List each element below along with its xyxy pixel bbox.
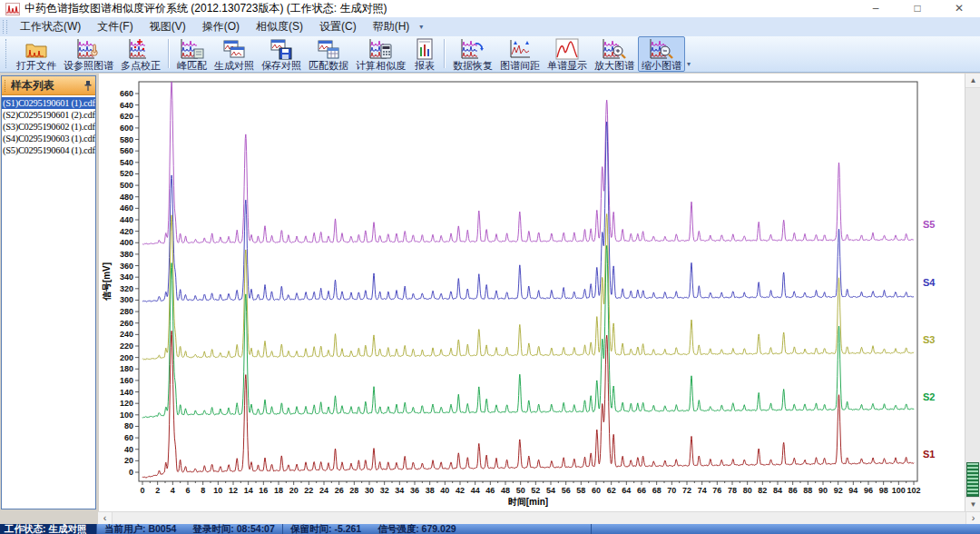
chromatogram-chart[interactable]: 0246810121416182022242628303234363840424…	[99, 74, 965, 511]
svg-text:70: 70	[667, 486, 676, 495]
peak-match-button[interactable]: 峰匹配	[173, 36, 211, 72]
svg-text:98: 98	[879, 486, 888, 495]
multi-point-calibration-button[interactable]: 多点校正	[117, 36, 164, 72]
svg-text:10: 10	[213, 486, 222, 495]
vertical-scrollbar-thumb[interactable]	[966, 462, 979, 497]
data-restore-icon	[461, 38, 485, 60]
svg-text:360: 360	[120, 262, 133, 271]
toolbar-separator	[444, 39, 446, 68]
save-reference-button[interactable]: 保存对照	[258, 36, 305, 72]
signal-intensity: 信号强度: 679.029	[377, 524, 456, 534]
svg-text:68: 68	[652, 486, 662, 495]
pin-icon[interactable]	[83, 80, 93, 92]
sample-item-s1[interactable]: (S1)C0295190601 (1).cdf	[2, 97, 95, 109]
sample-item-s3[interactable]: (S3)C0295190602 (1).cdf	[2, 121, 95, 133]
menu-bar: 工作状态(W) 文件(F) 视图(V) 操作(O) 相似度(S) 设置(C) 帮…	[0, 17, 980, 36]
svg-text:38: 38	[426, 486, 435, 495]
svg-text:620: 620	[120, 112, 133, 121]
svg-text:320: 320	[120, 284, 133, 293]
svg-text:0: 0	[129, 468, 133, 477]
retention-time: 保留时间: -5.261	[290, 524, 361, 534]
zoom-in-icon	[603, 38, 626, 60]
toolbar: 打开文件 设参照图谱 多点校正 峰匹配 生成对照 保存对照 匹配数据 计算相似度…	[0, 36, 980, 73]
svg-text:82: 82	[758, 486, 767, 495]
y-axis-title: 信号[mV]	[102, 262, 112, 302]
scroll-down-icon[interactable]: ▼	[965, 497, 980, 511]
svg-text:64: 64	[622, 486, 631, 495]
report-button[interactable]: 报表	[409, 36, 440, 72]
sample-item-s5[interactable]: (S5)C0295190604 (1).cdf	[2, 144, 95, 156]
single-trace-button[interactable]: 单谱显示	[544, 36, 591, 72]
menu-operate[interactable]: 操作(O)	[194, 17, 248, 36]
svg-text:26: 26	[335, 486, 344, 495]
svg-text:18: 18	[274, 486, 283, 495]
svg-text:30: 30	[365, 486, 374, 495]
scroll-right-icon[interactable]: ›	[965, 512, 980, 524]
svg-text:74: 74	[698, 486, 707, 495]
open-file-icon	[24, 38, 48, 60]
zoom-in-chart-button[interactable]: 放大图谱	[591, 36, 638, 72]
menu-grip	[3, 20, 7, 34]
data-restore-button[interactable]: 数据恢复	[449, 36, 496, 72]
svg-text:140: 140	[120, 388, 133, 397]
horizontal-scrollbar[interactable]: ‹ ›	[98, 511, 980, 524]
menu-settings[interactable]: 设置(C)	[311, 17, 365, 36]
match-data-icon	[317, 38, 340, 60]
menu-overflow-icon[interactable]: ▾	[419, 23, 423, 31]
set-reference-button[interactable]: 设参照图谱	[60, 36, 117, 72]
series-label-S3: S3	[923, 334, 935, 345]
single-trace-icon	[555, 38, 579, 60]
svg-text:48: 48	[501, 486, 510, 495]
toolbar-separator	[168, 39, 170, 68]
svg-text:160: 160	[120, 376, 133, 385]
svg-text:560: 560	[120, 146, 133, 155]
maximize-icon[interactable]: □	[897, 0, 938, 17]
svg-text:32: 32	[380, 486, 389, 495]
menu-view[interactable]: 视图(V)	[142, 17, 194, 36]
series-S5-trace	[142, 81, 914, 244]
svg-text:260: 260	[120, 319, 133, 328]
vertical-scrollbar[interactable]: ▲ ▼	[965, 74, 980, 511]
svg-text:460: 460	[120, 203, 133, 213]
sample-item-s2[interactable]: (S2)C0295190601 (2).cdf	[2, 109, 95, 121]
menu-help[interactable]: 帮助(H)	[365, 17, 418, 36]
generate-reference-button[interactable]: 生成对照	[211, 36, 258, 72]
calc-similarity-button[interactable]: 计算相似度	[352, 36, 409, 72]
app-icon	[5, 3, 20, 15]
trace-spacing-button[interactable]: 图谱间距	[496, 36, 544, 72]
menu-work-state[interactable]: 工作状态(W)	[12, 17, 89, 36]
zoom-out-chart-button[interactable]: 缩小图谱	[638, 36, 685, 72]
menu-similarity[interactable]: 相似度(S)	[248, 17, 311, 36]
svg-text:280: 280	[120, 307, 133, 316]
zoom-out-icon	[650, 38, 673, 60]
svg-text:0: 0	[140, 486, 144, 495]
svg-text:78: 78	[728, 486, 737, 495]
svg-text:54: 54	[546, 486, 555, 495]
sample-list-panel: 样本列表 (S1)C0295190601 (1).cdf (S2)C029519…	[1, 75, 96, 509]
open-file-button[interactable]: 打开文件	[13, 36, 60, 72]
svg-text:62: 62	[607, 486, 616, 495]
x-axis-title: 时间[min]	[508, 497, 548, 507]
svg-text:80: 80	[743, 486, 752, 495]
menu-file[interactable]: 文件(F)	[89, 17, 141, 36]
sample-item-s4[interactable]: (S4)C0295190603 (1).cdf	[2, 133, 95, 144]
minimize-icon[interactable]: –	[855, 0, 897, 17]
toolbar-overflow-icon[interactable]: ▾	[687, 60, 691, 68]
series-label-S1: S1	[923, 449, 935, 460]
match-data-button[interactable]: 匹配数据	[305, 36, 352, 72]
scroll-up-icon[interactable]: ▲	[965, 74, 980, 88]
svg-text:440: 440	[120, 215, 133, 224]
svg-text:60: 60	[592, 486, 601, 495]
sample-list: (S1)C0295190601 (1).cdf (S2)C0295190601 …	[2, 95, 95, 509]
svg-text:72: 72	[682, 486, 691, 495]
svg-text:400: 400	[120, 238, 133, 247]
svg-text:180: 180	[120, 364, 133, 373]
plot-frame	[139, 82, 917, 481]
series-label-S2: S2	[923, 391, 935, 402]
svg-text:520: 520	[120, 169, 133, 178]
svg-text:580: 580	[120, 135, 133, 144]
svg-text:44: 44	[471, 486, 480, 495]
svg-text:80: 80	[124, 421, 133, 430]
svg-text:60: 60	[124, 433, 133, 442]
close-icon[interactable]: ✕	[938, 0, 980, 17]
